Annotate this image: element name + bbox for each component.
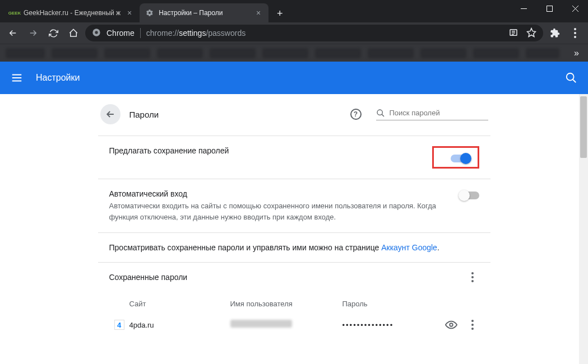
bookmark-item[interactable] xyxy=(104,48,150,58)
more-menu-button[interactable] xyxy=(466,270,479,284)
bookmark-item[interactable] xyxy=(52,48,98,58)
tab-active[interactable]: Настройки – Пароли × xyxy=(140,3,268,22)
password-entry: 4 4pda.ru •••••••••••••• xyxy=(98,311,490,338)
page-content: Настройки Пароли ? Предлагать сохранение… xyxy=(0,62,588,364)
close-icon[interactable]: × xyxy=(125,8,134,17)
close-window-button[interactable] xyxy=(562,0,588,17)
chrome-logo-icon xyxy=(92,28,101,39)
reload-button[interactable] xyxy=(45,25,62,41)
reading-list-icon[interactable] xyxy=(508,27,518,39)
bookmark-item[interactable] xyxy=(368,48,414,58)
bookmarks-overflow-button[interactable]: » xyxy=(571,48,582,58)
help-icon[interactable]: ? xyxy=(350,109,362,120)
url-scheme-label: Chrome xyxy=(107,29,135,38)
search-icon[interactable] xyxy=(564,71,578,85)
window-controls xyxy=(511,0,588,17)
col-password: Пароль xyxy=(342,300,479,308)
close-icon[interactable]: × xyxy=(254,8,263,17)
forward-button[interactable] xyxy=(25,25,41,41)
show-password-button[interactable] xyxy=(441,319,461,331)
bookmark-item[interactable] xyxy=(262,48,308,58)
bookmark-item[interactable] xyxy=(157,48,203,58)
auto-signin-row: Автоматический вход Автоматически входит… xyxy=(98,179,490,232)
address-bar[interactable]: Chrome chrome://settings/passwords xyxy=(85,25,543,41)
tab-strip: GEEK GeekHacker.ru - Ежедневный ж × Наст… xyxy=(0,0,511,22)
bookmark-item[interactable] xyxy=(6,48,45,58)
entry-more-button[interactable] xyxy=(466,318,479,332)
site-favicon: 4 xyxy=(109,320,129,330)
tab-title: GeekHacker.ru - Ежедневный ж xyxy=(24,9,121,17)
entry-password-masked: •••••••••••••• xyxy=(342,321,441,329)
home-button[interactable] xyxy=(65,25,82,41)
passwords-card: Пароли ? Предлагать сохранение паролей А… xyxy=(98,94,490,364)
url-text: chrome://settings/passwords xyxy=(146,29,503,38)
scrollbar-track[interactable] xyxy=(579,94,588,364)
window-titlebar: GEEK GeekHacker.ru - Ежедневный ж × Наст… xyxy=(0,0,588,22)
manage-account-row: Просматривать сохраненные пароли и управ… xyxy=(98,232,490,262)
offer-save-toggle[interactable] xyxy=(451,155,470,162)
search-input[interactable] xyxy=(390,109,488,117)
card-header: Пароли ? xyxy=(98,104,490,136)
scroll-area: Пароли ? Предлагать сохранение паролей А… xyxy=(0,94,588,364)
scrollbar-thumb[interactable] xyxy=(580,96,587,158)
svg-point-4 xyxy=(567,73,574,81)
google-account-link[interactable]: Аккаунт Google xyxy=(381,243,437,252)
offer-save-label: Предлагать сохранение паролей xyxy=(109,146,421,155)
bookmark-star-icon[interactable] xyxy=(526,27,536,39)
settings-appbar: Настройки xyxy=(0,62,588,94)
tab-inactive[interactable]: GEEK GeekHacker.ru - Ежедневный ж × xyxy=(4,3,140,22)
saved-passwords-title: Сохраненные пароли xyxy=(109,273,466,282)
svg-rect-0 xyxy=(547,6,552,11)
col-site: Сайт xyxy=(129,300,230,308)
separator xyxy=(140,28,141,38)
browser-toolbar: Chrome chrome://settings/passwords xyxy=(0,22,588,44)
page-title: Пароли xyxy=(129,110,341,119)
favicon-geek: GEEK xyxy=(10,8,19,17)
bookmark-item[interactable] xyxy=(315,48,361,58)
col-user: Имя пользователя xyxy=(230,300,342,308)
bookmark-item[interactable] xyxy=(473,48,519,58)
svg-point-2 xyxy=(95,31,98,34)
extensions-button[interactable] xyxy=(547,25,563,41)
bookmark-item[interactable] xyxy=(526,48,559,58)
maximize-button[interactable] xyxy=(536,0,562,17)
menu-icon[interactable] xyxy=(10,71,24,85)
browser-menu-button[interactable] xyxy=(567,25,584,41)
entry-site[interactable]: 4pda.ru xyxy=(129,321,230,329)
back-button[interactable] xyxy=(4,25,21,41)
minimize-button[interactable] xyxy=(511,0,536,17)
svg-point-5 xyxy=(377,110,382,115)
auto-signin-desc: Автоматически входить на сайты с помощью… xyxy=(109,200,449,222)
new-tab-button[interactable]: + xyxy=(272,6,288,21)
bookmark-item[interactable] xyxy=(210,48,256,58)
svg-point-6 xyxy=(450,323,453,326)
back-button[interactable] xyxy=(100,104,121,124)
table-columns: Сайт Имя пользователя Пароль xyxy=(98,292,490,311)
bookmark-item[interactable] xyxy=(420,48,466,58)
appbar-title: Настройки xyxy=(36,73,552,83)
entry-username xyxy=(230,320,342,330)
auto-signin-label: Автоматический вход xyxy=(109,189,449,198)
auto-signin-toggle[interactable] xyxy=(460,192,479,199)
gear-icon xyxy=(145,8,154,17)
search-icon xyxy=(376,109,385,118)
offer-save-row: Предлагать сохранение паролей xyxy=(98,136,490,179)
saved-passwords-header: Сохраненные пароли xyxy=(98,262,490,292)
tab-title: Настройки – Пароли xyxy=(159,9,249,17)
password-search[interactable] xyxy=(376,109,488,120)
bookmarks-bar: » xyxy=(0,44,588,62)
highlight-annotation xyxy=(432,146,479,169)
manage-account-text: Просматривать сохраненные пароли и управ… xyxy=(109,243,479,252)
